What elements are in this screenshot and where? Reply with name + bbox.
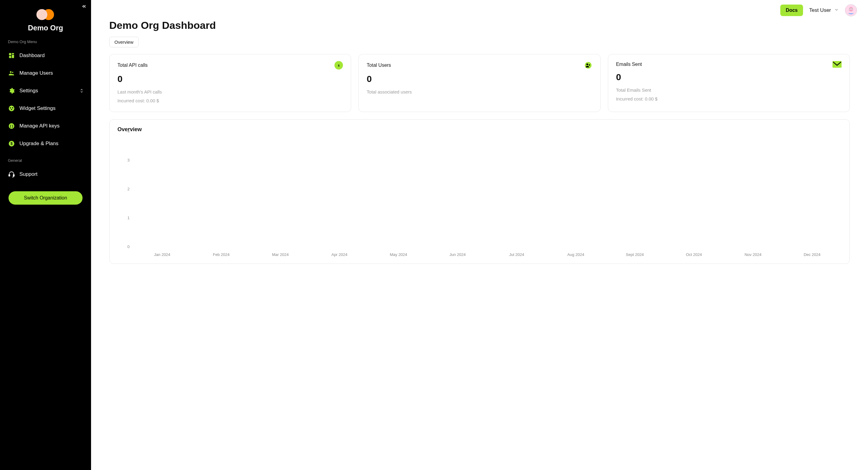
chart-x-tick: Nov 2024 (723, 252, 783, 257)
card-subtext: Total Emails Sent (616, 86, 842, 95)
svg-rect-26 (833, 61, 842, 68)
svg-point-23 (585, 62, 591, 69)
card-subtext: Total associated users (367, 88, 592, 96)
chart-x-tick: Mar 2024 (251, 252, 310, 257)
collapse-sidebar-button[interactable] (81, 4, 87, 11)
svg-rect-3 (9, 56, 11, 58)
mail-icon (833, 61, 842, 68)
card-api-calls: Total API calls $ 0 Last month's API cal… (109, 54, 351, 112)
chart-x-tick: Jul 2024 (487, 252, 546, 257)
users-icon (8, 69, 15, 77)
sidebar: Demo Org Demo Org Menu Dashboard Manage … (0, 0, 91, 470)
sidebar-item-label: Upgrade & Plans (20, 141, 59, 147)
page-title: Demo Org Dashboard (109, 20, 850, 31)
chart-x-tick: Sept 2024 (605, 252, 664, 257)
chart-y-axis: 01234 (118, 136, 133, 251)
svg-point-20 (849, 8, 850, 9)
card-value: 0 (616, 72, 842, 82)
svg-point-24 (586, 63, 588, 65)
chart-y-tick: 3 (127, 158, 130, 163)
main-content: Docs Test User Demo Org Dashboard Overvi… (91, 0, 868, 470)
chevron-updown-icon (80, 89, 83, 93)
dollar-icon: $ (8, 140, 15, 147)
user-menu[interactable]: Test User (809, 7, 839, 14)
general-section-label: General (0, 155, 91, 165)
gear-icon (8, 87, 15, 94)
sidebar-item-label: Manage API keys (20, 123, 60, 129)
sidebar-item-support[interactable]: Support (4, 166, 87, 182)
org-name: Demo Org (28, 24, 63, 32)
chart-y-tick: 0 (127, 244, 130, 249)
headset-icon (8, 171, 15, 178)
sidebar-item-label: Support (20, 171, 38, 177)
svg-point-21 (852, 8, 852, 9)
svg-text:$: $ (11, 142, 13, 146)
chart-plot-area (133, 136, 842, 251)
stat-cards: Total API calls $ 0 Last month's API cal… (109, 54, 850, 112)
chart-x-tick: May 2024 (369, 252, 428, 257)
sidebar-item-api-keys[interactable]: { } Manage API keys (4, 118, 87, 134)
chart-x-tick: Jan 2024 (133, 252, 192, 257)
svg-text:$: $ (338, 64, 340, 67)
sidebar-item-dashboard[interactable]: Dashboard (4, 48, 87, 63)
api-icon: { } (8, 122, 15, 130)
sidebar-item-upgrade-plans[interactable]: $ Upgrade & Plans (4, 136, 87, 151)
user-name: Test User (809, 7, 831, 13)
chart-y-tick: 1 (127, 215, 130, 220)
svg-rect-14 (9, 175, 10, 176)
card-subtext: Incurred cost: 0.00 $ (616, 95, 842, 104)
card-value: 0 (118, 74, 343, 84)
chart-x-tick: Feb 2024 (192, 252, 251, 257)
card-title: Total API calls (118, 63, 148, 68)
widget-icon (8, 105, 15, 112)
chart-title: Overview (118, 126, 842, 133)
card-subtext: Last month's API calls (118, 88, 343, 96)
tabs: Overview (109, 37, 850, 47)
svg-point-5 (12, 72, 13, 73)
svg-rect-2 (12, 55, 14, 58)
chart-y-tick: 2 (127, 187, 130, 191)
svg-point-25 (588, 64, 590, 66)
sidebar-item-settings[interactable]: Settings (4, 83, 87, 99)
card-emails-sent: Emails Sent 0 Total Emails Sent Incurred… (608, 54, 850, 112)
card-total-users: Total Users 0 Total associated users (359, 54, 600, 112)
chart-area: 01234 (118, 136, 842, 251)
svg-rect-1 (12, 53, 14, 54)
sidebar-item-widget-settings[interactable]: Widget Settings (4, 100, 87, 116)
sidebar-item-label: Dashboard (20, 53, 44, 59)
sidebar-item-label: Settings (20, 88, 38, 94)
dashboard-icon (8, 52, 15, 59)
sidebar-item-label: Widget Settings (20, 105, 56, 111)
switch-organization-button[interactable]: Switch Organization (8, 191, 83, 205)
sidebar-nav-general: Support (0, 165, 91, 186)
card-value: 0 (367, 74, 592, 84)
svg-point-7 (10, 107, 11, 108)
tab-overview[interactable]: Overview (109, 37, 139, 47)
dollar-circle-icon: $ (335, 61, 343, 69)
chart-y-tick: 4 (127, 129, 130, 134)
org-logo-icon (36, 9, 55, 21)
chart-x-tick: Oct 2024 (664, 252, 723, 257)
sidebar-nav: Dashboard Manage Users Settings Widget S… (0, 46, 91, 155)
card-title: Emails Sent (616, 62, 642, 67)
chevron-double-left-icon (81, 4, 87, 9)
sidebar-item-manage-users[interactable]: Manage Users (4, 65, 87, 81)
svg-point-9 (11, 109, 12, 110)
avatar[interactable] (845, 4, 857, 17)
svg-point-8 (12, 107, 13, 108)
svg-text:{ }: { } (10, 124, 13, 128)
chart-x-tick: Aug 2024 (546, 252, 606, 257)
card-title: Total Users (367, 63, 391, 68)
chart-panel: Overview 01234 Jan 2024Feb 2024Mar 2024A… (109, 119, 850, 264)
menu-section-label: Demo Org Menu (0, 36, 91, 46)
svg-point-4 (10, 71, 12, 73)
docs-button[interactable]: Docs (780, 5, 803, 16)
svg-rect-15 (13, 175, 14, 176)
chart-x-tick: Apr 2024 (310, 252, 369, 257)
org-logo-block: Demo Org (0, 9, 91, 32)
chevron-down-icon (834, 7, 839, 14)
chart-x-tick: Jun 2024 (428, 252, 487, 257)
users-badge-icon (584, 61, 592, 69)
chart-x-tick: Dec 2024 (782, 252, 842, 257)
sidebar-item-label: Manage Users (20, 70, 53, 76)
